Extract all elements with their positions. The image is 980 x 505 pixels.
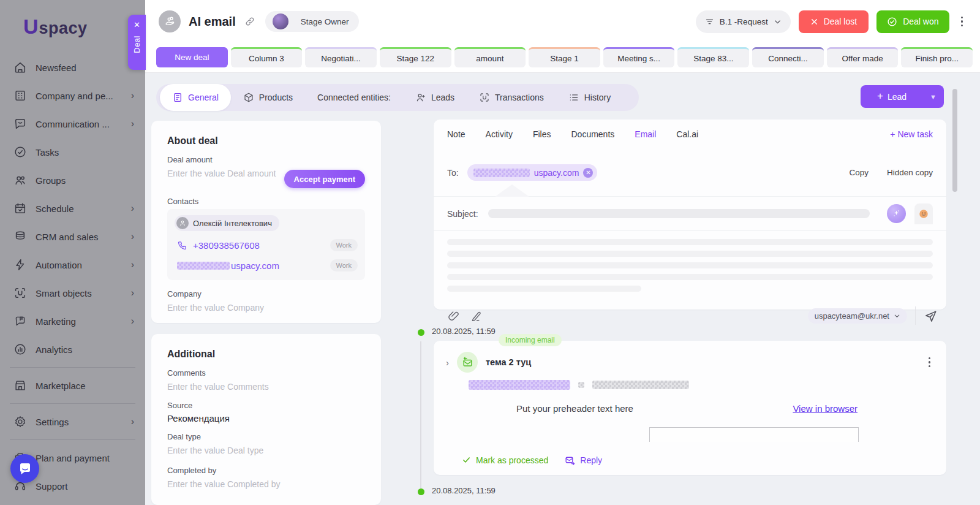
tab-activity[interactable]: Activity bbox=[486, 129, 513, 139]
recipient-chip[interactable]: uspacy.com ✕ bbox=[467, 164, 598, 181]
phone-type-badge: Work bbox=[330, 239, 358, 251]
chat-bubble-icon bbox=[18, 461, 32, 476]
tooltip-arrow bbox=[495, 184, 529, 197]
stage-owner-label: Stage Owner bbox=[301, 17, 349, 26]
page-title: AI email bbox=[189, 15, 236, 29]
incoming-email-badge: Incoming email bbox=[499, 334, 562, 346]
accept-payment-button[interactable]: Accept payment bbox=[284, 170, 365, 188]
link-icon[interactable] bbox=[244, 16, 255, 27]
emoji-picker-button[interactable] bbox=[914, 203, 933, 224]
deal-lost-button[interactable]: Deal lost bbox=[799, 10, 869, 33]
stage-column-3[interactable]: Column 3 bbox=[231, 47, 303, 67]
timeline-dot bbox=[418, 488, 424, 495]
add-lead-button[interactable]: + Lead ▼ bbox=[861, 85, 944, 108]
sidebar-overlay[interactable] bbox=[0, 0, 145, 505]
completed-by-label: Completed by bbox=[167, 466, 365, 475]
email-body-editor[interactable] bbox=[434, 231, 946, 300]
contact-card: Олексій Інтелектович +380938567608 Work … bbox=[167, 209, 365, 280]
divider bbox=[915, 306, 916, 325]
check-circle-icon bbox=[887, 17, 897, 27]
phone-icon bbox=[177, 240, 187, 251]
company-field[interactable]: Enter the value Company bbox=[167, 302, 365, 314]
deal-slideover-tab[interactable]: ✕ Deal bbox=[128, 15, 146, 70]
censored-sender-row bbox=[469, 380, 934, 390]
deal-won-button[interactable]: Deal won bbox=[876, 10, 949, 33]
stage-122[interactable]: Stage 122 bbox=[380, 47, 451, 67]
deal-section-tabs: General Products Connected entities: Lea… bbox=[156, 84, 639, 111]
tab-connected-entities[interactable]: Connected entities: bbox=[305, 84, 403, 111]
view-in-browser-link[interactable]: View in browser bbox=[793, 403, 858, 414]
stage-finish[interactable]: Finish pro... bbox=[901, 47, 973, 67]
stage-1[interactable]: Stage 1 bbox=[529, 47, 600, 67]
additional-card: Additional Comments Enter the value Comm… bbox=[151, 334, 381, 505]
deal-type-field[interactable]: Enter the value Deal type bbox=[167, 444, 365, 457]
tab-calai[interactable]: Cal.ai bbox=[676, 129, 698, 139]
ai-assist-button[interactable] bbox=[887, 204, 906, 223]
stage-negotiation[interactable]: Negotiati... bbox=[305, 47, 377, 67]
timeline-date: 20.08.2025, 11:59 bbox=[432, 486, 496, 495]
contact-chip[interactable]: Олексій Інтелектович bbox=[175, 215, 279, 231]
expand-chevron-icon[interactable]: › bbox=[446, 357, 449, 368]
tab-history[interactable]: History bbox=[556, 84, 624, 111]
mark-processed-button[interactable]: Mark as processed bbox=[462, 455, 548, 465]
source-value[interactable]: Рекомендация bbox=[167, 413, 365, 423]
deal-type-label: Deal type bbox=[167, 432, 365, 441]
stage-new-deal[interactable]: New deal bbox=[156, 47, 228, 67]
uspacy-deal-page: { "colors": { "accent": "#8a4ff5", "dang… bbox=[0, 0, 980, 505]
deal-won-label: Deal won bbox=[903, 17, 938, 26]
box-icon bbox=[243, 92, 254, 103]
contact-phone-link[interactable]: +380938567608 bbox=[193, 240, 260, 251]
composer-footer: uspacyteam@ukr.net bbox=[434, 300, 946, 332]
cc-button[interactable]: Copy bbox=[849, 168, 869, 177]
stage-amount[interactable]: amount bbox=[454, 47, 526, 67]
contact-name: Олексій Інтелектович bbox=[193, 219, 272, 228]
contact-email-link[interactable]: uspacy.com bbox=[231, 260, 279, 271]
tab-email[interactable]: Email bbox=[635, 129, 656, 139]
pipeline-selector[interactable]: B.1 -Request bbox=[696, 10, 791, 33]
timeline-date: 20.08.2025, 11:59 bbox=[432, 327, 496, 336]
email-subject-title[interactable]: тема 2 туц bbox=[486, 357, 531, 367]
tab-products[interactable]: Products bbox=[231, 84, 305, 111]
deal-amount-label: Deal amount bbox=[167, 155, 365, 164]
composer-tabs: Note Activity Files Documents Email Cal.… bbox=[434, 120, 946, 149]
signature-icon[interactable] bbox=[470, 309, 483, 322]
stage-owner-pill[interactable]: Stage Owner bbox=[265, 11, 359, 32]
subject-input[interactable] bbox=[488, 209, 870, 218]
stage-meeting[interactable]: Meeting s... bbox=[603, 47, 675, 67]
from-account-selector[interactable]: uspacyteam@ukr.net bbox=[808, 308, 907, 324]
deal-lost-label: Deal lost bbox=[824, 17, 857, 26]
pipeline-label: B.1 -Request bbox=[720, 17, 768, 26]
smart-objects-icon bbox=[479, 92, 490, 103]
tab-files[interactable]: Files bbox=[533, 129, 551, 139]
email-preheader-text: Put your preheader text here bbox=[516, 403, 633, 414]
censored-email-local bbox=[177, 262, 230, 270]
tab-note[interactable]: Note bbox=[447, 129, 466, 139]
close-icon[interactable]: ✕ bbox=[134, 20, 140, 31]
remove-recipient-icon[interactable]: ✕ bbox=[583, 168, 593, 178]
reply-button[interactable]: Reply bbox=[565, 455, 602, 465]
new-task-button[interactable]: + New task bbox=[890, 129, 933, 139]
tab-general[interactable]: General bbox=[160, 84, 231, 111]
stage-connection[interactable]: Connecti... bbox=[752, 47, 824, 67]
stage-offer-made[interactable]: Offer made bbox=[827, 47, 899, 67]
tab-documents[interactable]: Documents bbox=[571, 129, 614, 139]
chevron-down-icon[interactable]: ▼ bbox=[922, 93, 944, 101]
person-plus-icon bbox=[415, 92, 426, 103]
tab-transactions[interactable]: Transactions bbox=[467, 84, 556, 111]
stage-83[interactable]: Stage 83... bbox=[677, 47, 749, 67]
to-label: To: bbox=[447, 168, 459, 178]
bcc-button[interactable]: Hidden copy bbox=[887, 168, 933, 177]
attach-icon[interactable] bbox=[447, 309, 460, 322]
person-icon bbox=[176, 217, 189, 229]
deal-amount-field[interactable]: Enter the value Deal amount bbox=[167, 167, 277, 180]
filter-icon bbox=[705, 17, 714, 26]
comments-field[interactable]: Enter the value Comments bbox=[167, 381, 365, 393]
email-more-menu-icon[interactable] bbox=[925, 355, 935, 370]
tab-leads[interactable]: Leads bbox=[403, 84, 467, 111]
completed-by-field[interactable]: Enter the value Completed by bbox=[167, 478, 365, 490]
more-menu-icon[interactable] bbox=[957, 14, 967, 29]
support-chat-button[interactable] bbox=[10, 454, 39, 483]
vertical-scrollbar[interactable] bbox=[952, 89, 957, 192]
deal-avatar bbox=[159, 10, 181, 32]
send-icon[interactable] bbox=[924, 309, 938, 323]
